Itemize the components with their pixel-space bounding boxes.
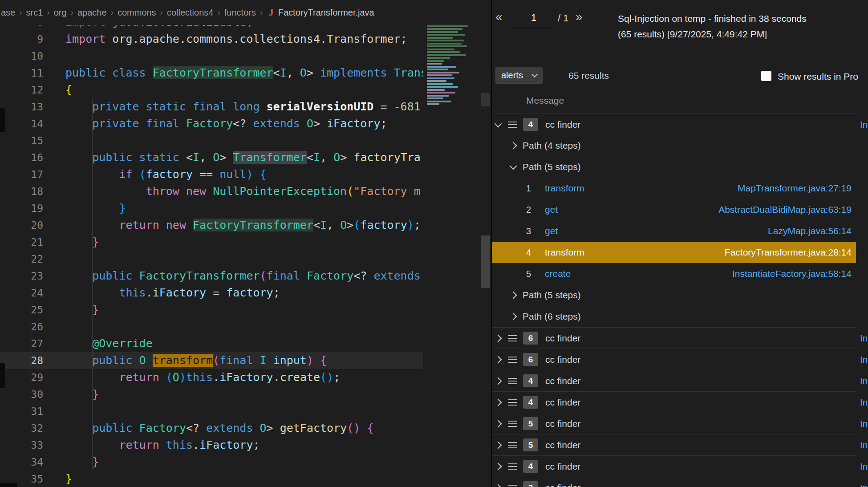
- step-location-link[interactable]: LazyMap.java:56:14: [768, 226, 852, 236]
- next-page-button[interactable]: »: [576, 10, 583, 24]
- chevron-right-icon[interactable]: [510, 292, 517, 299]
- result-row[interactable]: 4cc finderIn: [492, 391, 856, 413]
- code-line-31[interactable]: 31: [0, 403, 423, 420]
- code-lines[interactable]: 8import java.io.Serializable;9import org…: [0, 14, 423, 487]
- chevron-right-icon[interactable]: [495, 463, 502, 470]
- step-label-link[interactable]: transform: [545, 247, 584, 258]
- step-location-link[interactable]: FactoryTransformer.java:28:14: [725, 247, 852, 258]
- code-line-15[interactable]: 15: [0, 132, 423, 149]
- code-line-10[interactable]: 10: [0, 48, 423, 65]
- code-line-26[interactable]: 26: [0, 318, 423, 335]
- step-row[interactable]: 5createInstantiateFactory.java:58:14: [492, 263, 856, 284]
- code-line-12[interactable]: 12{: [0, 81, 423, 98]
- chevron-right-icon[interactable]: [495, 356, 502, 363]
- alert-location-link[interactable]: In: [860, 483, 868, 487]
- code-line-13[interactable]: 13 private static final long serialVersi…: [0, 98, 423, 115]
- code-line-32[interactable]: 32 public Factory<? extends O> getFactor…: [0, 420, 423, 437]
- chevron-right-icon[interactable]: [495, 484, 502, 487]
- step-label-link[interactable]: create: [545, 268, 571, 279]
- alert-location-link[interactable]: In: [860, 461, 868, 472]
- result-row[interactable]: 5cc finderIn: [492, 413, 856, 434]
- alert-location-link[interactable]: In: [860, 397, 868, 408]
- alert-location-link[interactable]: In: [860, 440, 868, 450]
- path-row[interactable]: Path (4 steps): [492, 135, 856, 156]
- code-line-9[interactable]: 9import org.apache.commons.collections4.…: [0, 31, 423, 48]
- code-line-17[interactable]: 17 if (factory == null) {: [0, 166, 423, 183]
- path-row[interactable]: Path (5 steps): [492, 156, 856, 178]
- code-line-30[interactable]: 30 }: [0, 386, 423, 403]
- step-location-link[interactable]: AbstractDualBidiMap.java:63:19: [718, 204, 852, 215]
- code-line-20[interactable]: 20 return new FactoryTransformer<I, O>(f…: [0, 217, 423, 234]
- alert-location-link[interactable]: In: [860, 376, 868, 386]
- code-line-21[interactable]: 21 }: [0, 234, 423, 251]
- code-line-34[interactable]: 34 }: [0, 454, 423, 471]
- step-row[interactable]: 3getLazyMap.java:56:14: [492, 220, 856, 242]
- breadcrumb-item-apache[interactable]: apache: [77, 8, 107, 18]
- chevron-right-icon[interactable]: [495, 398, 502, 406]
- alert-location-link[interactable]: In: [860, 418, 868, 429]
- result-row[interactable]: 3cc finderIn: [492, 477, 856, 487]
- view-mode-select[interactable]: alerts: [495, 67, 543, 84]
- page-number-input[interactable]: 1: [513, 10, 554, 27]
- result-row[interactable]: 6cc finderIn: [492, 349, 856, 370]
- line-number: 18: [0, 183, 43, 200]
- path-row[interactable]: Path (5 steps): [492, 284, 856, 306]
- chevron-right-icon[interactable]: [495, 377, 502, 385]
- code-line-19[interactable]: 19 }: [0, 200, 423, 217]
- result-row[interactable]: 4cc finderIn: [492, 455, 856, 477]
- breadcrumb-item-src1[interactable]: src1: [26, 8, 43, 18]
- chevron-down-icon[interactable]: [510, 162, 517, 170]
- prev-page-button[interactable]: «: [495, 10, 503, 24]
- code-line-22[interactable]: 22: [0, 251, 423, 268]
- result-row[interactable]: 5cc finderIn: [492, 434, 856, 455]
- breadcrumb-item-functors[interactable]: functors: [224, 8, 256, 18]
- chevron-down-icon[interactable]: [495, 120, 502, 127]
- code-line-24[interactable]: 24 this.iFactory = factory;: [0, 284, 423, 301]
- breadcrumb-item-ase[interactable]: ase: [1, 8, 15, 18]
- step-label-link[interactable]: get: [545, 204, 558, 215]
- line-number: 25: [0, 301, 43, 318]
- code-text: return this.iFactory;: [65, 437, 260, 454]
- step-location-link[interactable]: MapTransformer.java:27:19: [738, 183, 852, 194]
- minimap-slider[interactable]: [481, 93, 490, 106]
- code-line-35[interactable]: 35}: [0, 471, 423, 487]
- result-row[interactable]: 4cc finderIn: [492, 370, 856, 391]
- step-row[interactable]: 2getAbstractDualBidiMap.java:63:19: [492, 199, 856, 220]
- step-label-link[interactable]: transform: [545, 183, 584, 194]
- chevron-right-icon[interactable]: [495, 334, 502, 342]
- show-results-checkbox[interactable]: [761, 71, 771, 81]
- alert-location-link[interactable]: In: [860, 333, 868, 344]
- code-line-23[interactable]: 23 public FactoryTransformer(final Facto…: [0, 268, 423, 284]
- alert-location-link[interactable]: In: [860, 119, 868, 130]
- code-line-29[interactable]: 29 return (O)this.iFactory.create();: [0, 369, 423, 386]
- code-line-16[interactable]: 16 public static <I, O> Transformer<I, O…: [0, 149, 423, 166]
- code-line-28[interactable]: 28 public O transform(final I input) {: [0, 352, 423, 369]
- chevron-right-icon[interactable]: [510, 313, 517, 321]
- code-line-18[interactable]: 18 throw new NullPointerException("Facto…: [0, 183, 423, 200]
- code-line-11[interactable]: 11public class FactoryTransformer<I, O> …: [0, 65, 423, 81]
- breadcrumb-item-commons[interactable]: commons: [118, 8, 156, 18]
- breadcrumb-item-collections4[interactable]: collections4: [167, 8, 214, 18]
- alert-location-link[interactable]: In: [860, 354, 868, 365]
- code-line-14[interactable]: 14 private final Factory<? extends O> iF…: [0, 115, 423, 132]
- editor-scrollbar[interactable]: [480, 0, 491, 487]
- result-row[interactable]: 6cc finderIn: [492, 327, 856, 349]
- scrollbar-thumb[interactable]: [481, 235, 490, 288]
- chevron-right-icon[interactable]: [510, 142, 517, 150]
- chevron-right-icon[interactable]: [495, 441, 502, 449]
- minimap[interactable]: [423, 0, 479, 487]
- step-location-link[interactable]: InstantiateFactory.java:58:14: [732, 268, 852, 279]
- step-label-link[interactable]: get: [545, 226, 558, 236]
- path-row[interactable]: Path (6 steps): [492, 306, 856, 327]
- step-row[interactable]: 1transformMapTransformer.java:27:19: [492, 178, 856, 199]
- code-editor[interactable]: 8import java.io.Serializable;9import org…: [0, 0, 491, 487]
- step-row[interactable]: 4transformFactoryTransformer.java:28:14: [492, 242, 856, 263]
- breadcrumb-item-org[interactable]: org: [54, 8, 67, 18]
- code-line-33[interactable]: 33 return this.iFactory;: [0, 437, 423, 454]
- result-row[interactable]: 4cc finderIn: [492, 114, 856, 135]
- code-line-25[interactable]: 25 }: [0, 301, 423, 318]
- breadcrumb-file-name[interactable]: FactoryTransformer.java: [278, 8, 374, 18]
- alert-label: cc finder: [545, 483, 580, 487]
- code-line-27[interactable]: 27 @Override: [0, 335, 423, 352]
- chevron-right-icon[interactable]: [495, 420, 502, 427]
